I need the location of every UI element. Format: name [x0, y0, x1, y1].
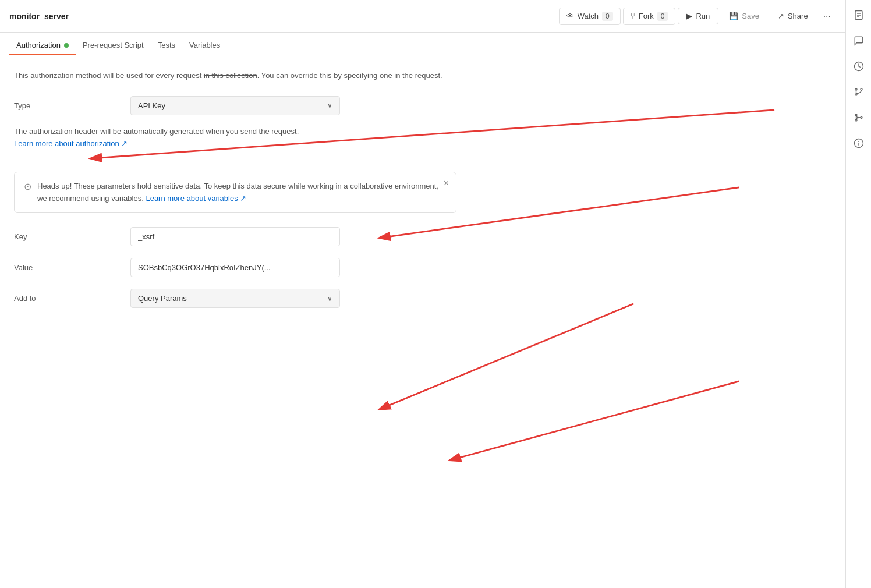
svg-point-14 [855, 119, 857, 121]
sidebar-info-icon[interactable] [848, 133, 869, 154]
save-icon: 💾 [729, 12, 738, 20]
share-label: Share [788, 12, 808, 20]
save-button[interactable]: 💾 Save [721, 8, 767, 24]
type-label: Type [14, 101, 130, 110]
right-sidebar [845, 0, 871, 588]
warning-icon: ⊙ [24, 181, 31, 192]
key-label: Key [14, 232, 130, 241]
key-row: Key [14, 227, 831, 246]
tab-tests[interactable]: Tests [151, 35, 182, 55]
value-input[interactable] [130, 258, 340, 277]
fork-button[interactable]: ⑂ Fork 0 [623, 8, 676, 25]
section-divider [14, 160, 456, 160]
auth-info-text: The authorization header will be automat… [14, 127, 831, 136]
header-actions: 👁 Watch 0 ⑂ Fork 0 ▶ Run 💾 [559, 8, 835, 25]
tab-variables-label: Variables [189, 41, 220, 49]
value-row: Value [14, 258, 831, 277]
add-to-row: Add to Query Params ∨ [14, 289, 831, 308]
tab-pre-request-script[interactable]: Pre-request Script [76, 35, 151, 55]
add-to-label: Add to [14, 294, 130, 303]
more-icon: ··· [823, 11, 831, 21]
sidebar-document-icon[interactable] [848, 5, 869, 26]
fork-count: 0 [657, 12, 668, 21]
sidebar-branch-icon[interactable] [848, 82, 869, 102]
add-to-dropdown[interactable]: Query Params ∨ [130, 289, 340, 308]
more-button[interactable]: ··· [819, 8, 835, 25]
info-box-content: Heads up! These parameters hold sensitiv… [37, 180, 447, 205]
sidebar-comment-icon[interactable] [848, 30, 869, 51]
watch-eye-icon: 👁 [566, 12, 574, 20]
add-to-value: Query Params [138, 294, 187, 303]
key-input[interactable] [130, 227, 340, 246]
tab-tests-label: Tests [158, 41, 175, 49]
run-button[interactable]: ▶ Run [678, 8, 718, 24]
fork-icon: ⑂ [631, 12, 635, 20]
svg-line-3 [380, 304, 633, 409]
share-icon: ↗ [778, 12, 784, 20]
tab-pre-request-label: Pre-request Script [83, 41, 144, 49]
add-to-chevron-icon: ∨ [327, 295, 332, 303]
auth-info-section: The authorization header will be automat… [14, 127, 831, 148]
chevron-down-icon: ∨ [327, 101, 332, 109]
authorization-active-dot [64, 43, 69, 48]
tab-variables[interactable]: Variables [182, 35, 227, 55]
content-area: This authorization method will be used f… [0, 58, 845, 588]
learn-more-auth-link[interactable]: Learn more about authorization ↗ [14, 139, 128, 148]
value-label: Value [14, 263, 130, 272]
watch-button[interactable]: 👁 Watch 0 [559, 8, 621, 25]
header-bar: monitor_server 👁 Watch 0 ⑂ Fork 0 ▶ R [0, 0, 845, 33]
tabs-bar: Authorization Pre-request Script Tests V… [0, 33, 845, 58]
type-value: API Key [138, 101, 165, 110]
sensitive-data-info-box: ⊙ Heads up! These parameters hold sensit… [14, 172, 456, 214]
svg-point-15 [861, 117, 862, 119]
close-info-box-button[interactable]: × [444, 178, 449, 189]
sidebar-history-icon[interactable] [848, 56, 869, 77]
svg-line-2 [451, 381, 739, 460]
share-button[interactable]: ↗ Share [770, 8, 816, 24]
collection-title: monitor_server [9, 12, 559, 21]
tab-authorization-label: Authorization [16, 41, 61, 49]
description-text: This authorization method will be used f… [14, 70, 831, 82]
svg-point-10 [861, 88, 862, 90]
learn-more-variables-link[interactable]: Learn more about variables ↗ [146, 194, 246, 203]
type-row: Type API Key ∨ [14, 96, 831, 115]
tab-authorization[interactable]: Authorization [9, 35, 76, 55]
watch-count: 0 [602, 12, 613, 21]
run-icon: ▶ [686, 12, 692, 20]
svg-point-9 [855, 88, 857, 90]
save-label: Save [742, 12, 759, 20]
sidebar-merge-icon[interactable] [848, 107, 869, 128]
watch-label: Watch [578, 12, 599, 20]
svg-point-13 [855, 114, 857, 116]
type-dropdown[interactable]: API Key ∨ [130, 96, 340, 115]
run-label: Run [696, 12, 710, 20]
fork-label: Fork [639, 12, 654, 20]
